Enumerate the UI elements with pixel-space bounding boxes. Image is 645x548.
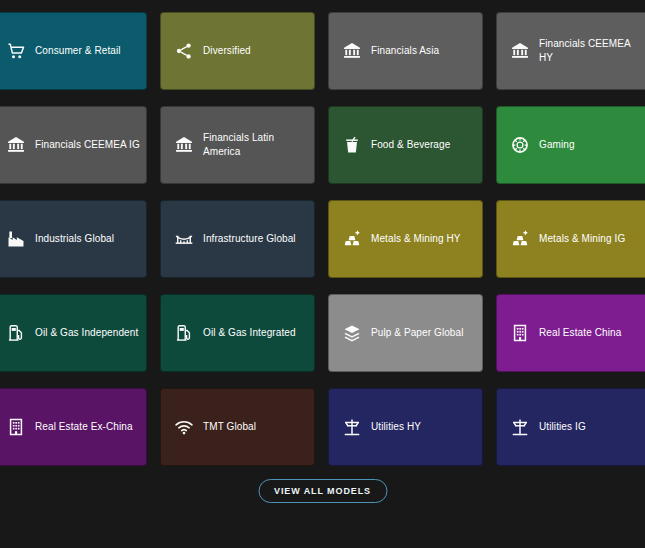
fuel-pump-icon [6,323,26,343]
models-grid-page: Consumer & RetailDiversifiedFinancials A… [0,0,645,548]
tile-label: Real Estate Ex-China [35,420,133,434]
tile-label: Diversified [203,44,251,58]
tile-label: Utilities HY [371,420,421,434]
tile-label: Pulp & Paper Global [371,326,464,340]
factory-icon [6,229,26,249]
model-tile-pulp-paper-global[interactable]: Pulp & Paper Global [328,294,483,372]
model-tile-grid: Consumer & RetailDiversifiedFinancials A… [0,12,645,466]
model-tile-financials-ceemea-hy[interactable]: Financials CEEMEA HY [496,12,645,90]
share-nodes-icon [174,41,194,61]
tile-label: Infrastructure Global [203,232,296,246]
tile-label: Oil & Gas Integrated [203,326,296,340]
model-tile-tmt-global[interactable]: TMT Global [160,388,315,466]
bank-icon [6,135,26,155]
tile-label: Industrials Global [35,232,114,246]
poker-chip-icon [510,135,530,155]
shopping-cart-icon [6,41,26,61]
layers-icon [342,323,362,343]
gold-bars-icon [510,229,530,249]
model-tile-gaming[interactable]: Gaming [496,106,645,184]
tile-label: Financials CEEMEA HY [539,37,645,65]
tile-label: TMT Global [203,420,256,434]
model-tile-financials-asia[interactable]: Financials Asia [328,12,483,90]
tile-label: Real Estate China [539,326,621,340]
bank-icon [342,41,362,61]
tile-label: Metals & Mining IG [539,232,625,246]
model-tile-financials-latin-america[interactable]: Financials Latin America [160,106,315,184]
bank-icon [510,41,530,61]
building-icon [6,417,26,437]
power-pole-icon [342,417,362,437]
tile-label: Financials CEEMEA IG [35,138,140,152]
model-tile-real-estate-china[interactable]: Real Estate China [496,294,645,372]
tile-label: Gaming [539,138,575,152]
wifi-icon [174,417,194,437]
model-tile-oil-gas-integrated[interactable]: Oil & Gas Integrated [160,294,315,372]
model-tile-diversified[interactable]: Diversified [160,12,315,90]
tile-label: Financials Asia [371,44,439,58]
model-tile-real-estate-ex-china[interactable]: Real Estate Ex-China [0,388,147,466]
bridge-icon [174,229,194,249]
tile-label: Metals & Mining HY [371,232,461,246]
model-tile-metals-mining-hy[interactable]: Metals & Mining HY [328,200,483,278]
tile-label: Consumer & Retail [35,44,121,58]
model-tile-food-beverage[interactable]: Food & Beverage [328,106,483,184]
tile-label: Financials Latin America [203,131,310,159]
model-tile-metals-mining-ig[interactable]: Metals & Mining IG [496,200,645,278]
tile-label: Oil & Gas Independent [35,326,138,340]
bank-icon [174,135,194,155]
tile-label: Food & Beverage [371,138,450,152]
model-tile-financials-ceemea-ig[interactable]: Financials CEEMEA IG [0,106,147,184]
model-tile-infrastructure-global[interactable]: Infrastructure Global [160,200,315,278]
model-tile-oil-gas-independent[interactable]: Oil & Gas Independent [0,294,147,372]
building-icon [510,323,530,343]
model-tile-consumer-retail[interactable]: Consumer & Retail [0,12,147,90]
model-tile-utilities-ig[interactable]: Utilities IG [496,388,645,466]
power-pole-icon [510,417,530,437]
drink-cup-icon [342,135,362,155]
fuel-pump-icon [174,323,194,343]
model-tile-industrials-global[interactable]: Industrials Global [0,200,147,278]
model-tile-utilities-hy[interactable]: Utilities HY [328,388,483,466]
gold-bars-icon [342,229,362,249]
tile-label: Utilities IG [539,420,586,434]
view-all-models-button[interactable]: VIEW ALL MODELS [258,479,387,503]
